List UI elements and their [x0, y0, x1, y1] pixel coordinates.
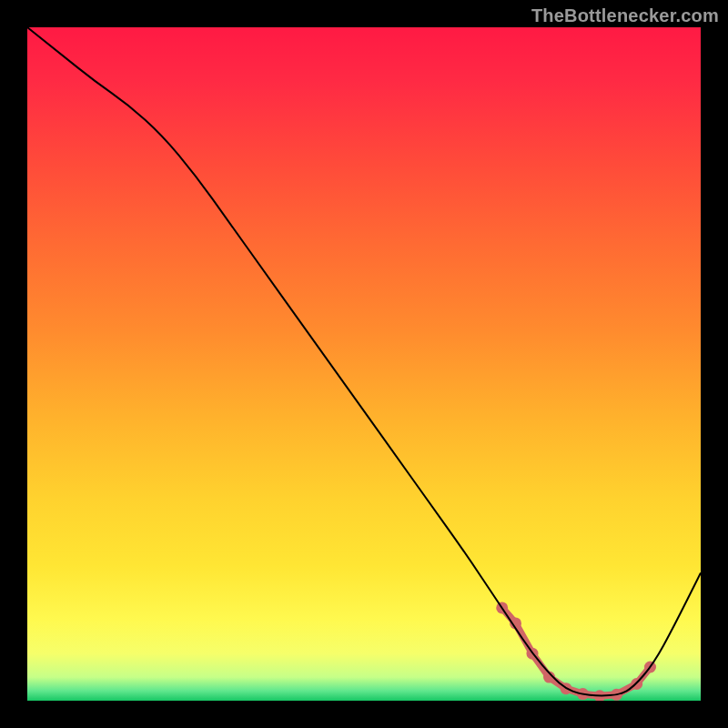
watermark-text: TheBottlenecker.com [531, 5, 719, 26]
bottleneck-chart [27, 27, 701, 701]
gradient-background [27, 27, 701, 701]
chart-stage: TheBottlenecker.com [0, 0, 728, 728]
chart-plot-area [27, 27, 701, 701]
